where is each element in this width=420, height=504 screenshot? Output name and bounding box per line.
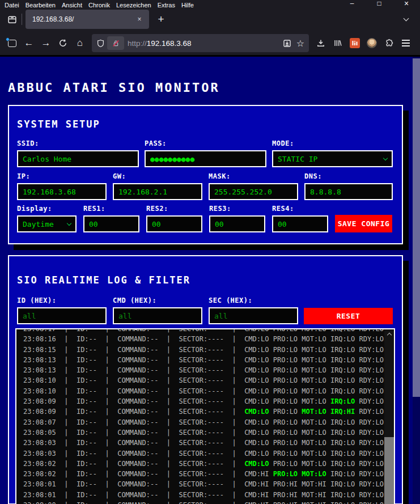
log-line: 23:08:02 | ID:-- | COMMAND:-- | SECTOR:-… [23, 469, 394, 479]
save-config-button[interactable]: SAVE CONFIG [335, 215, 392, 232]
menu-item-chronik[interactable]: Chronik [88, 2, 110, 7]
log-line: 23:08:03 | ID:-- | COMMAND:-- | SECTOR:-… [23, 438, 394, 448]
res1-input[interactable] [83, 215, 139, 232]
chevron-down-icon [383, 155, 388, 160]
id-hex-input[interactable] [17, 307, 107, 324]
menu-item-bearbeiten[interactable]: Bearbeiten [26, 2, 56, 7]
url-text: http://192.168.3.68 [128, 39, 282, 48]
id-hex-label: ID (HEX): [17, 297, 107, 304]
res3-input[interactable] [209, 215, 265, 232]
page-scrollbar[interactable] [413, 57, 420, 504]
res3-label: RES3: [209, 205, 265, 213]
res1-label: RES1: [83, 205, 139, 213]
bookmark-star-icon[interactable]: ☆ [296, 38, 304, 49]
navigation-toolbar: ← → ⌂ http://192.168.3.68 [0, 31, 420, 55]
res2-input[interactable] [146, 215, 202, 232]
library-icon[interactable] [329, 35, 346, 52]
log-line: 23:08:13 | ID:-- | COMMAND:-- | SECTOR:-… [23, 355, 394, 365]
page-scrollbar-thumb[interactable] [413, 58, 420, 397]
log-line: 23:08:03 | ID:-- | COMMAND:-- | SECTOR:-… [23, 448, 394, 459]
log-line: 23:08:01 | ID:-- | COMMAND:-- | SECTOR:-… [23, 490, 394, 500]
sidebar-panel-icon[interactable] [3, 35, 20, 52]
tab-title: 192.168.3.68/ [32, 15, 134, 23]
log-line: 23:08:16 | ID:-- | COMMAND:-- | SECTOR:-… [23, 334, 394, 344]
sio-log: 23:08:17 | ID:-- | COMMAND:-- | SECTOR:-… [15, 328, 395, 504]
menu-item-lesezeichen[interactable]: Lesezeichen [116, 2, 151, 7]
maximize-button[interactable]: □ [366, 0, 393, 7]
insecure-lock-icon[interactable] [107, 36, 124, 50]
pass-input[interactable] [145, 150, 266, 167]
cmd-hex-input[interactable] [113, 307, 202, 324]
log-filter-panel: SIO REALTIME LOG & FILTER ID (HEX): CMD … [8, 255, 403, 504]
display-value: Daytime [23, 220, 67, 228]
tab-separator [22, 14, 22, 25]
active-tab[interactable]: 192.168.3.68/ × [26, 10, 149, 29]
gw-label: GW: [113, 172, 202, 180]
url-scheme: http:// [128, 39, 147, 48]
downloads-icon[interactable] [312, 35, 329, 52]
sec-hex-input[interactable] [209, 307, 298, 324]
log-line: 23:08:07 | ID:-- | COMMAND:-- | SECTOR:-… [23, 417, 394, 427]
log-line: 23:08:15 | ID:-- | COMMAND:-- | SECTOR:-… [23, 345, 394, 355]
res4-input[interactable] [272, 215, 328, 232]
page-title: ABBUC ATARI SIO MONITOR [8, 81, 420, 95]
menu-item-datei[interactable]: Datei [5, 2, 19, 7]
log-line: 23:08:01 | ID:-- | COMMAND:-- | SECTOR:-… [23, 479, 394, 489]
log-line: 23:08:05 | ID:-- | COMMAND:-- | SECTOR:-… [23, 427, 394, 438]
mask-label: MASK: [209, 172, 298, 180]
log-line: 23:08:17 | ID:-- | COMMAND:-- | SECTOR:-… [23, 328, 394, 334]
reset-button[interactable]: RESET [304, 308, 393, 324]
scroll-up-icon[interactable] [384, 329, 394, 339]
tab-close-icon[interactable]: × [134, 15, 145, 23]
mask-input[interactable] [209, 183, 298, 200]
log-scrollbar[interactable] [384, 329, 394, 504]
extension-bars-icon[interactable] [346, 35, 363, 52]
save-page-icon[interactable] [282, 39, 292, 48]
home-icon[interactable]: ⌂ [71, 35, 88, 52]
dns-input[interactable] [304, 183, 393, 200]
res4-label: RES4: [272, 205, 328, 213]
list-tabs-chevron-icon[interactable] [398, 12, 413, 27]
chevron-down-icon [67, 221, 71, 225]
log-scrollbar-thumb[interactable] [384, 437, 394, 504]
close-button[interactable]: × [393, 0, 420, 7]
url-bar[interactable]: http://192.168.3.68 ☆ [92, 34, 309, 52]
log-line: 23:08:13 | ID:-- | COMMAND:-- | SECTOR:-… [23, 365, 394, 375]
mode-value: STATIC IP [278, 155, 384, 163]
log-line: 23:08:00 | ID:-- | COMMAND:-- | SECTOR:-… [23, 500, 394, 504]
url-host: 192.168.3.68 [147, 39, 192, 48]
notification-dot [6, 37, 10, 41]
log-filter-heading: SIO REALTIME LOG & FILTER [17, 274, 394, 286]
system-setup-heading: SYSTEM SETUP [17, 118, 394, 130]
shield-icon[interactable] [96, 39, 105, 48]
menu-item-ansicht[interactable]: Ansicht [62, 2, 82, 7]
ip-input[interactable] [17, 183, 107, 200]
ssid-label: SSID: [17, 139, 139, 147]
new-tab-button[interactable]: + [154, 12, 168, 27]
log-line: 23:08:10 | ID:-- | COMMAND:-- | SECTOR:-… [23, 386, 394, 396]
minimize-button[interactable]: – [338, 0, 366, 7]
extensions-puzzle-icon[interactable] [380, 35, 397, 52]
firefox-view-icon[interactable] [5, 12, 19, 27]
gw-input[interactable] [113, 183, 202, 200]
profile-avatar[interactable] [363, 35, 380, 52]
back-icon[interactable]: ← [20, 35, 37, 52]
display-label: Display: [17, 205, 77, 213]
ssid-input[interactable] [17, 150, 139, 167]
menu-item-hilfe[interactable]: Hilfe [181, 2, 194, 7]
dns-label: DNS: [304, 172, 393, 180]
system-setup-panel: SYSTEM SETUP SSID: PASS: MODE: STATIC IP… [8, 105, 403, 244]
menu-bar: DateiBearbeitenAnsichtChronikLesezeichen… [0, 0, 420, 7]
ip-label: IP: [17, 172, 107, 180]
reload-icon[interactable] [54, 35, 71, 52]
sec-hex-label: SEC (HEX): [209, 297, 298, 304]
window-controls: – □ × [338, 0, 420, 7]
display-select[interactable]: Daytime [17, 215, 77, 232]
hamburger-menu-icon[interactable] [397, 35, 414, 52]
menu-item-extras[interactable]: Extras [158, 2, 175, 7]
res2-label: RES2: [146, 205, 202, 213]
forward-icon[interactable]: → [37, 35, 54, 52]
log-line: 23:08:09 | ID:-- | COMMAND:-- | SECTOR:-… [23, 406, 394, 417]
log-line: 23:08:10 | ID:-- | COMMAND:-- | SECTOR:-… [23, 375, 394, 386]
mode-select[interactable]: STATIC IP [272, 150, 393, 167]
